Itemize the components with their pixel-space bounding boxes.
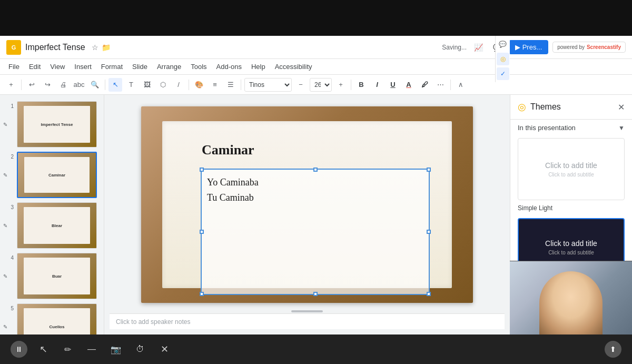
slide-thumbnail-2[interactable]: Caminar — [17, 152, 97, 198]
text-line-1[interactable]: Yo Caminaba — [207, 175, 423, 190]
top-letterbox — [0, 0, 632, 36]
toolbar-image[interactable]: 🖼 — [140, 78, 154, 92]
pen-tool-button[interactable]: ✏ — [59, 341, 76, 358]
toolbar-select[interactable]: ↖ — [108, 78, 122, 92]
font-family-select[interactable]: Tinos — [244, 78, 292, 92]
menu-tools[interactable]: Tools — [186, 61, 211, 73]
toolbar-separator-6 — [450, 80, 451, 90]
screencastify-brand: Screencastify — [587, 44, 621, 50]
slide-paper: Caminar Yo Caminaba Tu Caminab — [162, 121, 452, 288]
toolbar-spellcheck[interactable]: abc — [72, 78, 86, 92]
menu-help[interactable]: Help — [247, 61, 270, 73]
close-recording-button[interactable]: ✕ — [156, 341, 173, 358]
themes-section-header[interactable]: In this presentation ▼ — [510, 120, 632, 136]
slide-item-5[interactable]: 5 Cuellos ✎ — [0, 301, 104, 335]
timer-button[interactable]: ⏱ — [132, 341, 149, 358]
underline-button[interactable]: U — [386, 78, 400, 92]
slide-thumbnail-3[interactable]: Blear — [17, 202, 97, 249]
document-title[interactable]: Imperfect Tense — [25, 43, 85, 52]
star-icon[interactable]: ☆ — [92, 43, 98, 52]
toolbar-separator-4 — [241, 80, 241, 90]
toolbar-separator-3 — [189, 80, 189, 90]
toolbar-text[interactable]: T — [124, 78, 138, 92]
menu-slide[interactable]: Slide — [128, 61, 152, 73]
toolbar-separator-2 — [105, 80, 105, 90]
menu-view[interactable]: View — [46, 61, 69, 73]
camera-tool-button[interactable]: 📷 — [107, 341, 124, 358]
slide-item-1[interactable]: 1 Imperfect Tense ✎ — [0, 99, 104, 150]
font-size-select[interactable]: 26 — [310, 78, 332, 92]
toolbar-list[interactable]: ☰ — [224, 78, 238, 92]
menu-arrange[interactable]: Arrange — [153, 61, 185, 73]
check-sidebar-icon[interactable]: ✓ — [497, 67, 509, 80]
activity-icon[interactable]: 📈 — [471, 40, 486, 55]
toolbar-shapes[interactable]: ⬡ — [156, 78, 170, 92]
slide-item-4[interactable]: 4 Buar ✎ — [0, 251, 104, 301]
toolbar-background[interactable]: 🎨 — [192, 78, 206, 92]
line-tool-button[interactable]: — — [83, 341, 100, 358]
save-to-drive-button[interactable]: ⬆ — [605, 341, 621, 358]
slide-canvas[interactable]: Caminar Yo Caminaba Tu Caminab — [141, 106, 473, 303]
slide-canvas-wrapper: Caminar Yo Caminaba Tu Caminab — [110, 100, 505, 309]
canvas-area[interactable]: Caminar Yo Caminaba Tu Caminab — [104, 95, 510, 335]
horizontal-scrollbar[interactable] — [110, 309, 505, 313]
toolbar-lines[interactable]: / — [172, 78, 185, 92]
themes-sidebar-icon[interactable]: ◎ — [497, 53, 509, 65]
handle-top-center[interactable] — [313, 168, 318, 172]
slide-thumbnail-5[interactable]: Cuellos — [17, 303, 97, 335]
toolbar-zoom-menu[interactable]: + — [4, 78, 18, 92]
speaker-notes-area[interactable]: Click to add speaker notes — [110, 313, 505, 329]
font-size-increase[interactable]: + — [334, 78, 348, 92]
cursor-tool-button[interactable]: ↖ — [35, 341, 52, 358]
handle-bottom-left[interactable] — [200, 292, 204, 296]
toolbar-print[interactable]: 🖨 — [56, 78, 70, 92]
slide-heading[interactable]: Caminar — [202, 142, 254, 158]
slide-number-3: 3 — [4, 204, 14, 210]
theme1-subtitle: Click to add subtitle — [548, 172, 594, 178]
title-action-icons: ☆ 📁 — [92, 43, 111, 52]
text-color-button[interactable]: A — [402, 78, 416, 92]
handle-middle-right[interactable] — [427, 230, 431, 234]
folder-icon[interactable]: 📁 — [102, 43, 111, 52]
italic-button[interactable]: I — [370, 78, 384, 92]
menu-accessibility[interactable]: Accessibility — [271, 61, 317, 73]
slide-thumbnail-4[interactable]: Buar — [17, 253, 97, 299]
slide-number-1: 1 — [4, 103, 14, 109]
handle-top-left[interactable] — [200, 168, 204, 172]
menu-file[interactable]: File — [4, 61, 24, 73]
toolbar-zoom[interactable]: 🔍 — [88, 78, 102, 92]
themes-section-chevron: ▼ — [618, 124, 625, 132]
chat-sidebar-icon[interactable]: 💬 — [497, 38, 509, 51]
theme1-title: Click to add title — [545, 161, 597, 170]
text-box[interactable]: Yo Caminaba Tu Caminab — [201, 169, 430, 295]
scrollbar-thumb[interactable] — [291, 310, 323, 312]
right-sidebar-icons: 💬 ◎ ✓ — [495, 36, 510, 82]
menu-edit[interactable]: Edit — [25, 61, 45, 73]
theme-preview-simple-light[interactable]: Click to add title Click to add subtitle — [518, 138, 625, 200]
highlight-button[interactable]: 🖊 — [418, 78, 431, 92]
saving-status: Saving... — [442, 44, 467, 51]
handle-middle-left[interactable] — [200, 230, 204, 234]
toolbar-align[interactable]: ≡ — [208, 78, 222, 92]
slide-item-2[interactable]: 2 Caminar ✎ — [0, 150, 104, 200]
slide-item-3[interactable]: 3 Blear ✎ — [0, 200, 104, 251]
toolbar-separator-1 — [21, 80, 22, 90]
menu-insert[interactable]: Insert — [70, 61, 96, 73]
toolbar-more[interactable]: ⋯ — [433, 78, 447, 92]
slide-thumbnail-1[interactable]: Imperfect Tense — [17, 101, 97, 147]
present-button[interactable]: ▶ Imperfect TensePres... — [509, 40, 548, 54]
themes-close-button[interactable]: ✕ — [618, 102, 625, 112]
toolbar-collapse[interactable]: ∧ — [454, 78, 468, 92]
text-line-2[interactable]: Tu Caminab — [207, 190, 423, 205]
toolbar-redo[interactable]: ↪ — [41, 78, 54, 92]
handle-bottom-center[interactable] — [313, 292, 318, 296]
handle-top-right[interactable] — [427, 168, 431, 172]
pause-button[interactable]: ⏸ — [11, 341, 27, 358]
toolbar-undo[interactable]: ↩ — [25, 78, 38, 92]
font-size-decrease[interactable]: − — [294, 78, 308, 92]
theme2-title: Click to add title — [545, 239, 597, 248]
menu-addons[interactable]: Add-ons — [212, 61, 246, 73]
bold-button[interactable]: B — [354, 78, 368, 92]
menu-format[interactable]: Format — [97, 61, 127, 73]
handle-bottom-right[interactable] — [427, 292, 431, 296]
